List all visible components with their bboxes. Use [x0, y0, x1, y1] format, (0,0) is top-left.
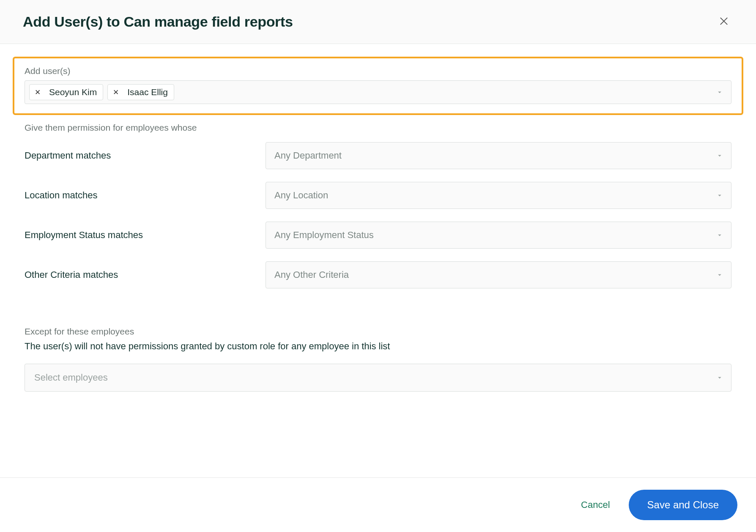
select-placeholder: Any Employment Status [274, 230, 374, 241]
criteria-label: Department matches [25, 150, 266, 161]
except-subtext: The user(s) will not have permissions gr… [25, 341, 731, 352]
close-button[interactable] [715, 12, 733, 32]
add-users-dialog: Add User(s) to Can manage field reports … [0, 0, 756, 532]
other-criteria-select[interactable]: Any Other Criteria [266, 261, 731, 288]
criteria-row-other: Other Criteria matches Any Other Criteri… [25, 261, 731, 288]
select-placeholder: Any Department [274, 150, 342, 161]
x-icon: ✕ [35, 88, 41, 96]
add-users-label: Add user(s) [25, 66, 731, 76]
chevron-down-icon [716, 152, 723, 159]
criteria-label: Employment Status matches [25, 230, 266, 241]
save-and-close-button[interactable]: Save and Close [629, 490, 737, 520]
dialog-content: Add user(s) ✕ Seoyun Kim ✕ Isaac Ellig [0, 44, 756, 477]
select-placeholder: Any Other Criteria [274, 269, 349, 280]
dialog-footer: Cancel Save and Close [0, 477, 756, 532]
chip-remove-button[interactable]: ✕ [32, 89, 43, 96]
select-placeholder: Any Location [274, 190, 328, 201]
select-placeholder: Select employees [34, 372, 108, 383]
dialog-header: Add User(s) to Can manage field reports [0, 0, 756, 44]
dialog-title: Add User(s) to Can manage field reports [23, 14, 293, 30]
x-icon: ✕ [113, 88, 119, 96]
criteria-row-department: Department matches Any Department [25, 142, 731, 169]
cancel-button[interactable]: Cancel [578, 495, 613, 515]
criteria-label: Location matches [25, 190, 266, 201]
close-icon [718, 22, 730, 28]
user-chip: ✕ Seoyun Kim [29, 84, 103, 100]
chip-remove-button[interactable]: ✕ [110, 89, 121, 96]
location-select[interactable]: Any Location [266, 182, 731, 209]
chevron-down-icon [716, 271, 723, 279]
except-employees-select[interactable]: Select employees [25, 364, 731, 392]
criteria-label: Other Criteria matches [25, 269, 266, 280]
chip-label: Isaac Ellig [127, 87, 168, 97]
criteria-list: Department matches Any Department Locati… [13, 142, 743, 288]
criteria-row-location: Location matches Any Location [25, 182, 731, 209]
chevron-down-icon [716, 231, 723, 239]
chevron-down-icon [716, 88, 723, 96]
chip-label: Seoyun Kim [49, 87, 97, 97]
add-users-highlight: Add user(s) ✕ Seoyun Kim ✕ Isaac Ellig [13, 57, 743, 115]
user-chip: ✕ Isaac Ellig [107, 84, 174, 100]
add-users-multiselect[interactable]: ✕ Seoyun Kim ✕ Isaac Ellig [25, 80, 731, 104]
department-select[interactable]: Any Department [266, 142, 731, 169]
criteria-row-employment-status: Employment Status matches Any Employment… [25, 222, 731, 249]
chevron-down-icon [716, 374, 723, 381]
except-header: Except for these employees [25, 326, 731, 337]
employment-status-select[interactable]: Any Employment Status [266, 222, 731, 249]
permission-hint-text: Give them permission for employees whose [25, 123, 731, 133]
except-section: Except for these employees The user(s) w… [13, 326, 743, 392]
chevron-down-icon [716, 192, 723, 199]
